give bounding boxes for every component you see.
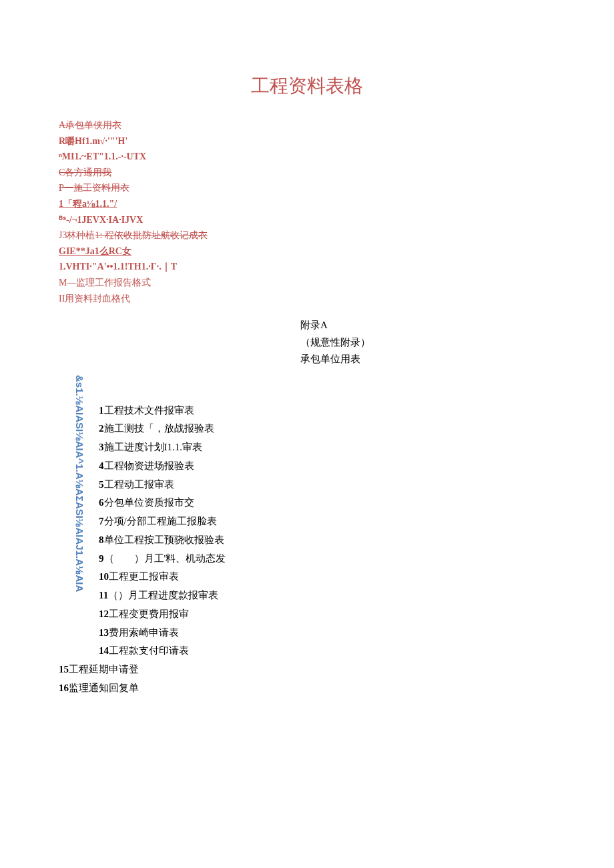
item-number: 8	[99, 534, 104, 545]
list-item: 11（）月工程进度款报审表	[99, 586, 614, 605]
item-text: 工程物资进场报验表	[104, 460, 194, 471]
item-text: 监理通知回复单	[69, 683, 139, 693]
item-text: 工程变更费用报审	[109, 608, 189, 619]
toc-line-5b: ᴮˢ-/¬1JEVX·IA·IJVX	[59, 213, 614, 227]
body-area: &s1.¹⁄₈AIASI¹⁄₈AIA^1.A¹⁄₈AΣASI¹⁄₈AIAJ1.A…	[0, 375, 614, 698]
item-text: 工程款支付印请表	[109, 645, 189, 656]
item-text: （ ）月工'料、机动态发	[104, 553, 226, 564]
list-item: 7分项/分部工程施工报脸表	[99, 512, 614, 531]
toc-line-5a: 1「程a¹⁄₈1.1."/	[59, 197, 614, 211]
toc-line-7a: GIE**Ja1么RC女	[59, 245, 614, 258]
list-item: 10工程更工报审表	[99, 568, 614, 586]
list-item: 14工程款支付印请表	[99, 642, 614, 661]
list-item: 2施工测技「，放战报验表	[99, 420, 614, 438]
item-number: 16	[59, 683, 69, 693]
toc-line-1: A承包单侠用衣	[59, 119, 614, 132]
list-item: 9（ ）月工'料、机动态发	[99, 550, 614, 568]
item-number: 13	[99, 627, 109, 638]
item-text: 分项/分部工程施工报脸表	[104, 516, 217, 526]
item-number: 12	[99, 608, 109, 619]
item-number: 7	[99, 516, 104, 526]
toc-line-2b: ⁿMI1.~ET"1.1.-·-UTX	[59, 150, 614, 163]
appendix-line-2: （规意性附录）	[300, 334, 614, 352]
appendix-line-3: 承包单位用表	[300, 351, 614, 368]
item-text: 费用索崎申请表	[109, 627, 179, 638]
item-number: 5	[99, 479, 104, 490]
table-of-contents: A承包单侠用衣 R嚼Hf1.m√·'"'H' ⁿMI1.~ET"1.1.-·-U…	[0, 119, 614, 305]
toc-line-6-pre: J3林种	[59, 230, 85, 240]
list-item: 3施工进度计划I1.1.审表	[99, 438, 614, 457]
document-title: 工程资料表格	[0, 0, 614, 119]
list-item: 4工程物资进场报验表	[99, 457, 614, 476]
appendix-line-1: 附录A	[300, 317, 614, 334]
toc-line-6-strike: 1: 程依收批防址航收记成衣	[95, 230, 207, 240]
item-number: 10	[99, 571, 109, 582]
item-text: 工程延期申请登	[69, 664, 139, 675]
numbered-list: 1工程技术文件报审表 2施工测技「，放战报验表 3施工进度计划I1.1.审表 4…	[0, 375, 614, 661]
list-item: 12工程变更费用报审	[99, 605, 614, 624]
item-text: 施工进度计划I1.1.审表	[104, 442, 203, 452]
list-item: 1工程技术文件报审表	[99, 402, 614, 420]
tail-list: 15工程延期申请登 16监理通知回复单	[0, 661, 614, 698]
list-item: 13费用索崎申请表	[99, 624, 614, 642]
item-text: 施工测技「，放战报验表	[104, 423, 214, 434]
toc-line-2a: R嚼Hf1.m√·'"'H'	[59, 135, 614, 148]
toc-line-6: J3林种植1: 程依收批防址航收记成衣	[59, 229, 614, 242]
list-item: 5工程动工报审表	[99, 476, 614, 494]
item-number: 1	[99, 405, 104, 416]
toc-line-6-char: 植	[85, 230, 95, 240]
item-number: 15	[59, 664, 69, 675]
item-text: 分包单位资质报市交	[104, 497, 194, 508]
item-text: 单位工程按工预骁收报验表	[104, 534, 224, 545]
item-text: 工程更工报审表	[109, 571, 179, 582]
item-number: 9	[99, 553, 104, 564]
toc-line-7b: 1.VHTI·"A'••1.1!TH1.·Γ·.｜T	[59, 260, 614, 274]
item-number: 11	[99, 590, 108, 600]
item-number: 4	[99, 460, 104, 471]
toc-line-9: II用资料封血格代	[59, 292, 614, 306]
toc-line-4: P一施工资料用衣	[59, 181, 614, 195]
appendix-header: 附录A （规意性附录） 承包单位用表	[300, 317, 614, 368]
item-number: 14	[99, 645, 109, 656]
toc-line-8: M—监理工作报告格式	[59, 276, 614, 290]
list-item: 6分包单位资质报市交	[99, 494, 614, 512]
item-text: 工程动工报审表	[104, 479, 174, 490]
list-item: 15工程延期申请登	[59, 661, 614, 679]
item-number: 2	[99, 423, 104, 434]
list-item: 8单位工程按工预骁收报验表	[99, 531, 614, 550]
list-item: 16监理通知回复单	[59, 679, 614, 698]
item-number: 6	[99, 497, 104, 508]
vertical-decoration: &s1.¹⁄₈AIASI¹⁄₈AIA^1.A¹⁄₈AΣASI¹⁄₈AIAJ1.A…	[73, 375, 85, 615]
item-text: （）月工程进度款报审表	[108, 590, 218, 600]
item-text: 工程技术文件报审表	[104, 405, 194, 416]
toc-line-3: C各方通用我	[59, 166, 614, 179]
item-number: 3	[99, 442, 104, 452]
